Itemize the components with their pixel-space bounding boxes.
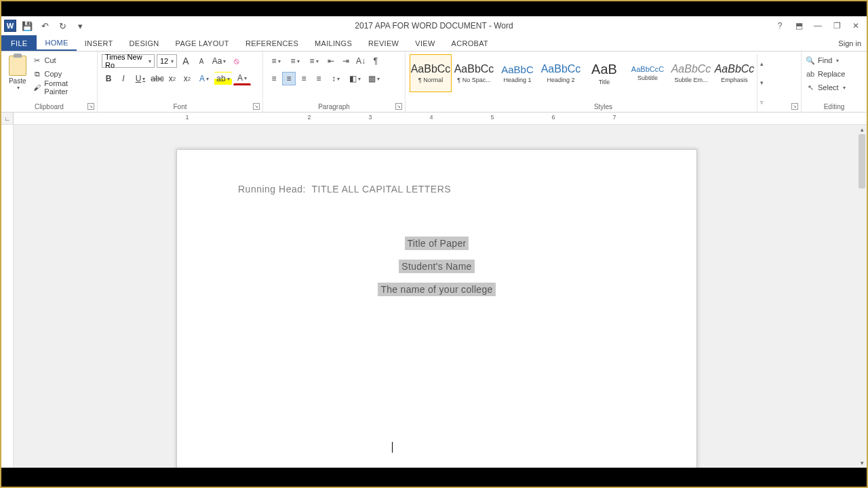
decrease-indent-button[interactable]: ⇤	[324, 54, 338, 68]
scroll-up-button[interactable]: ▴	[857, 125, 867, 134]
chevron-down-icon: ▾	[843, 85, 846, 91]
tab-page-layout[interactable]: PAGE LAYOUT	[167, 35, 237, 51]
style-heading-1[interactable]: AaBbCHeading 1	[496, 54, 538, 92]
sort-button[interactable]: A↓	[354, 54, 368, 68]
save-button[interactable]: 💾	[20, 19, 34, 33]
tab-acrobat[interactable]: Acrobat	[443, 35, 496, 51]
align-right-button[interactable]: ≡	[297, 72, 311, 85]
format-painter-button[interactable]: 🖌Format Painter	[33, 81, 94, 94]
ruler-tick-label: 4	[429, 114, 433, 121]
clipboard-dialog-launcher[interactable]: ↘	[87, 103, 94, 110]
ribbon: Paste ▾ ✂Cut ⧉Copy 🖌Format Painter Clipb…	[1, 52, 867, 113]
multilevel-list-button[interactable]: ≡▾	[305, 54, 323, 68]
find-button[interactable]: 🔍Find▾	[806, 54, 846, 66]
highlight-button[interactable]: ab▾	[214, 72, 232, 85]
doc-student-name: Student's Name	[399, 260, 474, 273]
group-font-label: Font	[98, 103, 262, 110]
cut-label: Cut	[45, 56, 56, 64]
align-left-button[interactable]: ≡	[267, 72, 281, 85]
tab-references[interactable]: REFERENCES	[237, 35, 307, 51]
style-subtle-emphasis[interactable]: AaBbCcSubtle Em...	[670, 54, 712, 92]
bullets-button[interactable]: ≡▾	[267, 54, 285, 68]
ruler-tick-label: 7	[612, 114, 616, 121]
style-subtitle[interactable]: AaBbCcCSubtitle	[627, 54, 669, 92]
document-page[interactable]: Running Head: TITLE ALL CAPITAL LETTERS …	[176, 149, 697, 468]
numbering-button[interactable]: ≡▾	[286, 54, 304, 68]
line-spacing-button[interactable]: ↕▾	[327, 72, 344, 85]
tab-mailings[interactable]: MAILINGS	[307, 35, 360, 51]
copy-button[interactable]: ⧉Copy	[33, 68, 94, 80]
shrink-font-button[interactable]: A	[195, 54, 208, 68]
align-center-button[interactable]: ≡	[282, 72, 296, 85]
font-dialog-launcher[interactable]: ↘	[253, 103, 260, 110]
font-color-button[interactable]: A▾	[233, 72, 251, 85]
chevron-down-icon: ▾	[17, 85, 20, 91]
show-marks-button[interactable]: ¶	[369, 54, 382, 68]
styles-dialog-launcher[interactable]: ↘	[791, 103, 798, 110]
paste-label: Paste	[9, 77, 26, 85]
sign-in-link[interactable]: Sign in	[833, 35, 867, 51]
group-clipboard-label: Clipboard	[1, 103, 97, 110]
increase-indent-button[interactable]: ⇥	[339, 54, 353, 68]
borders-button[interactable]: ▦▾	[365, 72, 382, 85]
italic-button[interactable]: I	[117, 72, 130, 85]
tab-file[interactable]: FILE	[1, 35, 37, 51]
justify-button[interactable]: ≡	[312, 72, 326, 85]
text-effects-button[interactable]: A▾	[195, 72, 213, 85]
tab-insert[interactable]: INSERT	[77, 35, 121, 51]
tab-review[interactable]: REVIEW	[360, 35, 407, 51]
scroll-thumb[interactable]	[859, 134, 865, 188]
style-normal[interactable]: AaBbCc¶ Normal	[410, 54, 452, 92]
tab-home[interactable]: HOME	[37, 35, 76, 51]
bold-button[interactable]: B	[102, 72, 115, 85]
superscript-button[interactable]: x2	[180, 72, 194, 85]
subscript-button[interactable]: x2	[165, 72, 179, 85]
grow-font-button[interactable]: A	[179, 54, 193, 68]
font-name-combo[interactable]: Times New Ro▾	[102, 54, 155, 68]
tab-selector[interactable]: ∟	[1, 113, 14, 124]
clear-formatting-button[interactable]: ⦸	[230, 54, 243, 68]
titlebar: W 💾 ↶ ↻ ▾ 2017 APA FOR WORD DOCUMENT - W…	[1, 16, 867, 35]
help-button[interactable]: ?	[772, 19, 788, 33]
text-cursor	[392, 442, 393, 453]
copy-label: Copy	[45, 70, 62, 78]
scroll-down-button[interactable]: ▾	[857, 458, 867, 468]
search-icon: 🔍	[806, 56, 815, 65]
restore-button[interactable]: ❐	[829, 19, 845, 33]
cut-button[interactable]: ✂Cut	[33, 54, 94, 66]
chevron-down-icon: ▾	[149, 58, 151, 64]
undo-button[interactable]: ↶	[38, 19, 52, 33]
style-no-spacing[interactable]: AaBbCc¶ No Spac...	[453, 54, 495, 92]
doc-college-name: The name of your college	[378, 283, 495, 296]
replace-label: Replace	[818, 70, 845, 78]
group-styles-label: Styles	[406, 103, 801, 110]
tab-design[interactable]: DESIGN	[121, 35, 167, 51]
word-app-icon[interactable]: W	[4, 20, 16, 32]
replace-button[interactable]: abReplace	[806, 68, 846, 80]
running-head[interactable]: Running Head: TITLE ALL CAPITAL LETTERS	[238, 184, 635, 195]
minimize-button[interactable]: —	[810, 19, 826, 33]
close-button[interactable]: ✕	[848, 19, 864, 33]
style-title[interactable]: AaBTitle	[583, 54, 625, 92]
group-editing-label: Editing	[802, 103, 867, 110]
ruler-horizontal[interactable]: ∟ 1 2 3 4 5 6 7	[1, 113, 867, 125]
underline-button[interactable]: U▾	[132, 72, 149, 85]
redo-button[interactable]: ↻	[56, 19, 69, 33]
strikethrough-button[interactable]: abc	[151, 72, 164, 85]
shading-button[interactable]: ◧▾	[346, 72, 363, 85]
style-heading-2[interactable]: AaBbCcHeading 2	[540, 54, 582, 92]
change-case-button[interactable]: Aa▾	[210, 54, 228, 68]
title-block[interactable]: Title of Paper Student's Name The name o…	[238, 237, 635, 296]
document-area[interactable]: Running Head: TITLE ALL CAPITAL LETTERS …	[1, 125, 867, 468]
select-button[interactable]: ↖Select▾	[806, 81, 846, 94]
font-size-combo[interactable]: 12▾	[157, 54, 177, 68]
ribbon-display-options-button[interactable]: ⬒	[791, 19, 807, 33]
chevron-up-icon: ▴	[757, 54, 766, 73]
ruler-vertical[interactable]	[1, 125, 14, 468]
scrollbar-vertical[interactable]: ▴ ▾	[857, 125, 867, 468]
ruler-tick-label: 2	[307, 114, 311, 121]
paragraph-dialog-launcher[interactable]: ↘	[395, 103, 402, 110]
tab-view[interactable]: VIEW	[407, 35, 443, 51]
qat-customize-button[interactable]: ▾	[73, 19, 87, 33]
style-emphasis[interactable]: AaBbCcEmphasis	[713, 54, 755, 92]
